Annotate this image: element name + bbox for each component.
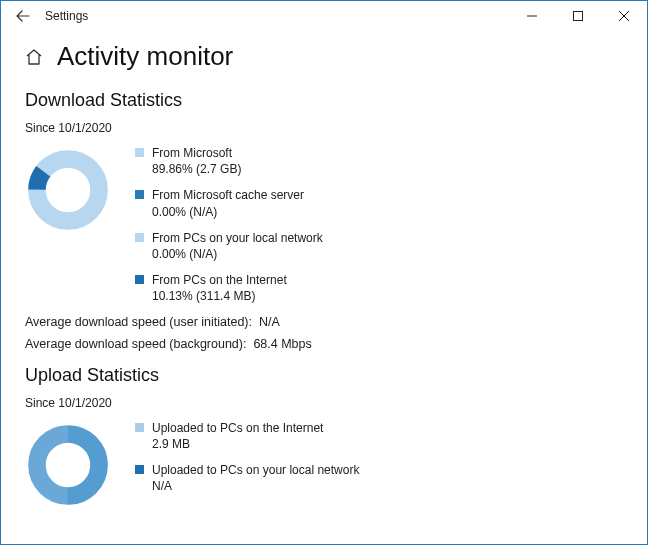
legend-value: 10.13% (311.4 MB): [152, 288, 287, 304]
legend-item: From PCs on the Internet 10.13% (311.4 M…: [135, 272, 323, 304]
legend-item: From PCs on your local network 0.00% (N/…: [135, 230, 323, 262]
content-area: Activity monitor Download Statistics Sin…: [1, 31, 647, 506]
legend-label: From Microsoft cache server: [152, 187, 304, 203]
swatch-icon: [135, 275, 144, 284]
upload-donut-chart: [25, 420, 111, 506]
minimize-button[interactable]: [509, 1, 555, 31]
legend-value: 0.00% (N/A): [152, 204, 304, 220]
legend-item: Uploaded to PCs on the Internet 2.9 MB: [135, 420, 359, 452]
svg-point-1: [37, 159, 99, 221]
svg-rect-0: [574, 12, 583, 21]
upload-heading: Upload Statistics: [25, 365, 623, 386]
download-donut-chart: [25, 145, 111, 231]
swatch-icon: [135, 465, 144, 474]
swatch-icon: [135, 148, 144, 157]
legend-item: Uploaded to PCs on your local network N/…: [135, 462, 359, 494]
swatch-icon: [135, 233, 144, 242]
back-arrow-icon: [16, 9, 30, 23]
download-legend: From Microsoft 89.86% (2.7 GB) From Micr…: [135, 145, 323, 305]
page-title: Activity monitor: [57, 41, 233, 72]
minimize-icon: [527, 11, 537, 21]
home-icon[interactable]: [25, 48, 43, 66]
close-button[interactable]: [601, 1, 647, 31]
legend-label: From PCs on your local network: [152, 230, 323, 246]
legend-item: From Microsoft cache server 0.00% (N/A): [135, 187, 323, 219]
legend-value: 0.00% (N/A): [152, 246, 323, 262]
legend-label: Uploaded to PCs on your local network: [152, 462, 359, 478]
swatch-icon: [135, 190, 144, 199]
upload-since: Since 10/1/2020: [25, 396, 623, 410]
upload-legend: Uploaded to PCs on the Internet 2.9 MB U…: [135, 420, 359, 495]
legend-value: 89.86% (2.7 GB): [152, 161, 241, 177]
legend-item: From Microsoft 89.86% (2.7 GB): [135, 145, 323, 177]
legend-label: From PCs on the Internet: [152, 272, 287, 288]
close-icon: [619, 11, 629, 21]
legend-value: 2.9 MB: [152, 436, 323, 452]
maximize-icon: [573, 11, 583, 21]
download-heading: Download Statistics: [25, 90, 623, 111]
avg-download-user: Average download speed (user initiated):…: [25, 315, 623, 329]
title-bar: Settings: [1, 1, 647, 31]
download-since: Since 10/1/2020: [25, 121, 623, 135]
avg-download-background: Average download speed (background): 68.…: [25, 337, 623, 351]
back-button[interactable]: [9, 2, 37, 30]
download-stats-block: From Microsoft 89.86% (2.7 GB) From Micr…: [25, 145, 623, 305]
window-title: Settings: [45, 9, 88, 23]
maximize-button[interactable]: [555, 1, 601, 31]
legend-label: Uploaded to PCs on the Internet: [152, 420, 323, 436]
page-header: Activity monitor: [25, 41, 623, 72]
swatch-icon: [135, 423, 144, 432]
legend-value: N/A: [152, 478, 359, 494]
upload-stats-block: Uploaded to PCs on the Internet 2.9 MB U…: [25, 420, 623, 506]
legend-label: From Microsoft: [152, 145, 241, 161]
